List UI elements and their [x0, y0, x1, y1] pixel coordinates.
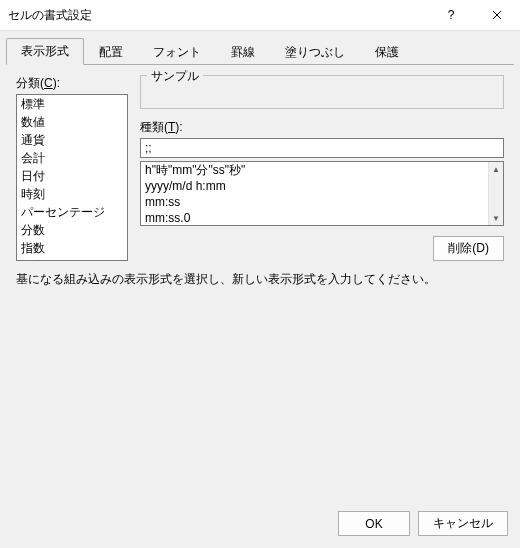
format-cells-dialog: セルの書式設定 ? 表示形式配置フォント罫線塗りつぶし保護 分類(C): 標準数…	[0, 0, 520, 548]
tabpanel-number: 分類(C): 標準数値通貨会計日付時刻パーセンテージ分数指数文字列その他ユーザー…	[6, 64, 514, 288]
type-item[interactable]: h"時"mm"分"ss"秒"	[141, 162, 489, 178]
category-item[interactable]: 分数	[17, 221, 127, 239]
category-item[interactable]: 会計	[17, 149, 127, 167]
scroll-up-icon[interactable]: ▲	[489, 162, 503, 176]
category-item[interactable]: 日付	[17, 167, 127, 185]
tab-3[interactable]: 罫線	[216, 39, 270, 65]
dialog-title: セルの書式設定	[8, 7, 428, 24]
tab-0[interactable]: 表示形式	[6, 38, 84, 65]
help-button[interactable]: ?	[428, 0, 474, 30]
category-item[interactable]: 文字列	[17, 257, 127, 261]
tab-1[interactable]: 配置	[84, 39, 138, 65]
delete-row: 削除(D)	[140, 236, 504, 261]
close-button[interactable]	[474, 0, 520, 30]
delete-button[interactable]: 削除(D)	[433, 236, 504, 261]
sample-legend: サンプル	[147, 68, 203, 85]
dialog-footer: OK キャンセル	[0, 501, 520, 548]
tabstrip: 表示形式配置フォント罫線塗りつぶし保護	[0, 31, 520, 64]
detail-column: サンプル 種類(T): h"時"mm"分"ss"秒"yyyy/m/d h:mmm…	[140, 75, 504, 261]
type-list[interactable]: h"時"mm"分"ss"秒"yyyy/m/d h:mmmm:ssmm:ss.0@…	[140, 161, 504, 226]
ok-button[interactable]: OK	[338, 511, 410, 536]
type-label: 種類(T):	[140, 119, 504, 136]
type-scrollbar[interactable]: ▲ ▼	[488, 162, 503, 225]
category-column: 分類(C): 標準数値通貨会計日付時刻パーセンテージ分数指数文字列その他ユーザー…	[16, 75, 128, 261]
scroll-down-icon[interactable]: ▼	[489, 211, 503, 225]
svg-text:?: ?	[448, 9, 455, 21]
hint-text: 基になる組み込みの表示形式を選択し、新しい表示形式を入力してください。	[16, 271, 504, 288]
type-input[interactable]	[140, 138, 504, 158]
sample-group: サンプル	[140, 75, 504, 109]
category-item[interactable]: 指数	[17, 239, 127, 257]
category-list[interactable]: 標準数値通貨会計日付時刻パーセンテージ分数指数文字列その他ユーザー定義	[16, 94, 128, 261]
category-label: 分類(C):	[16, 75, 128, 92]
category-item[interactable]: パーセンテージ	[17, 203, 127, 221]
titlebar: セルの書式設定 ?	[0, 0, 520, 31]
category-item[interactable]: 時刻	[17, 185, 127, 203]
category-item[interactable]: 通貨	[17, 131, 127, 149]
tab-2[interactable]: フォント	[138, 39, 216, 65]
content-row: 分類(C): 標準数値通貨会計日付時刻パーセンテージ分数指数文字列その他ユーザー…	[16, 75, 504, 261]
cancel-button[interactable]: キャンセル	[418, 511, 508, 536]
type-item[interactable]: mm:ss	[141, 194, 489, 210]
category-item[interactable]: 数値	[17, 113, 127, 131]
category-item[interactable]: 標準	[17, 95, 127, 113]
tab-4[interactable]: 塗りつぶし	[270, 39, 360, 65]
dialog-body: 表示形式配置フォント罫線塗りつぶし保護 分類(C): 標準数値通貨会計日付時刻パ…	[0, 31, 520, 548]
type-item[interactable]: yyyy/m/d h:mm	[141, 178, 489, 194]
type-item[interactable]: mm:ss.0	[141, 210, 489, 225]
tab-5[interactable]: 保護	[360, 39, 414, 65]
